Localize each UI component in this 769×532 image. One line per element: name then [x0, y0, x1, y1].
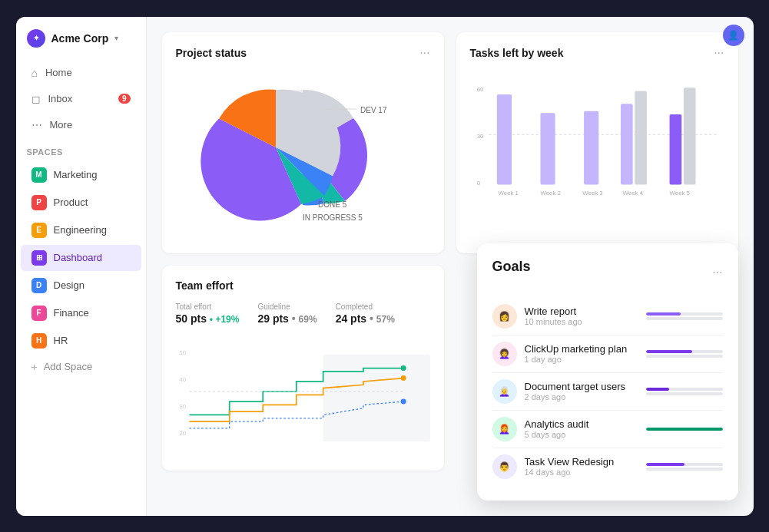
space-label-dashboard: Dashboard [54, 252, 103, 263]
sidebar: ✦ Acme Corp ▾ ⌂ Home ◻ Inbox 9 ⋯ More Sp… [16, 17, 147, 516]
goal-name-2: Document target users [525, 381, 638, 392]
app-window: ✦ Acme Corp ▾ ⌂ Home ◻ Inbox 9 ⋯ More Sp… [16, 17, 754, 516]
space-label-hr: HR [54, 335, 68, 346]
line-chart-svg: 50 40 30 20 [176, 334, 430, 449]
goal-avatar-4: 👨 [492, 454, 517, 479]
more-icon: ⋯ [31, 119, 42, 131]
stat-completed: Completed 24 pts • 57% [336, 302, 395, 325]
inbox-icon: ◻ [31, 93, 41, 105]
goal-info-4: Task View Redesign 14 days ago [525, 456, 638, 477]
chevron-down-icon: ▾ [114, 34, 118, 42]
bar-chart-container: 60 30 0 [470, 71, 724, 240]
pie-chart-container: DEV 17 DONE 5 OPEN 36 DESIGN 12 IN PROGR… [176, 71, 430, 224]
space-dot-design: D [31, 278, 47, 293]
goal-name-0: Write report [525, 306, 638, 317]
project-status-more[interactable]: ··· [419, 46, 429, 60]
svg-text:60: 60 [476, 85, 483, 92]
goal-avatar-2: 👩‍🦳 [492, 379, 517, 404]
tasks-by-week-card: Tasks left by week ··· 60 30 0 [456, 32, 738, 253]
space-label-design: Design [54, 279, 85, 291]
company-name: Acme Corp [51, 32, 109, 45]
space-dot-finance: F [31, 306, 47, 321]
goal-info-1: ClickUp marketing plan 1 day ago [525, 343, 638, 364]
goal-progress-4 [646, 463, 723, 471]
goal-name-4: Task View Redesign [525, 456, 638, 468]
goal-avatar-1: 👩‍🦱 [492, 342, 517, 366]
goal-name-3: Analytics audit [525, 418, 638, 430]
tasks-more[interactable]: ··· [714, 46, 724, 60]
goal-item-1[interactable]: 👩‍🦱 ClickUp marketing plan 1 day ago [492, 335, 723, 373]
bar-w3-1 [584, 111, 598, 184]
goal-progress-3 [646, 428, 723, 431]
tasks-header: Tasks left by week ··· [470, 46, 724, 60]
sidebar-item-design[interactable]: D Design [21, 273, 141, 299]
goal-info-3: Analytics audit 5 days ago [525, 418, 638, 439]
svg-text:0: 0 [476, 179, 480, 186]
team-effort-title: Team effort [176, 279, 234, 292]
space-dot-marketing: M [31, 167, 47, 183]
sidebar-item-finance[interactable]: F Finance [21, 300, 141, 326]
tasks-title: Tasks left by week [470, 47, 564, 59]
space-label-marketing: Marketing [54, 169, 98, 180]
sidebar-item-dashboard[interactable]: ⊞ Dashboard [21, 245, 141, 271]
svg-text:Week 1: Week 1 [498, 189, 518, 196]
space-label-product: Product [54, 197, 88, 208]
svg-text:40: 40 [179, 375, 186, 382]
space-dot-hr: H [31, 333, 47, 349]
bar-w4-1 [620, 104, 632, 184]
stat-guideline-label: Guideline [257, 302, 317, 311]
bar-w5-1 [669, 114, 681, 184]
company-header[interactable]: ✦ Acme Corp ▾ [16, 29, 146, 60]
home-icon: ⌂ [31, 67, 38, 79]
stat-completed-label: Completed [336, 302, 395, 311]
space-dot-product: P [31, 195, 47, 210]
svg-point-17 [400, 365, 406, 371]
stat-total-value: 50 pts • +19% [176, 312, 240, 325]
inbox-badge: 9 [118, 94, 131, 104]
stat-total: Total effort 50 pts • +19% [176, 302, 240, 325]
goal-info-2: Document target users 2 days ago [525, 381, 638, 401]
line-chart-container: 50 40 30 20 [176, 334, 430, 457]
nav-more-label: More [50, 119, 73, 131]
bar-w2-1 [540, 113, 555, 184]
goal-item-2[interactable]: 👩‍🦳 Document target users 2 days ago [492, 373, 723, 411]
goal-progress-2 [646, 388, 723, 395]
project-status-title: Project status [176, 47, 247, 59]
nav-inbox[interactable]: ◻ Inbox 9 [21, 87, 141, 111]
bar-w1-1 [496, 94, 511, 184]
sidebar-item-engineering[interactable]: E Engineering [21, 217, 141, 243]
bar-chart-svg: 60 30 0 [470, 71, 724, 232]
space-label-finance: Finance [54, 307, 89, 319]
spaces-label: Spaces [16, 138, 146, 161]
nav-more[interactable]: ⋯ More [21, 113, 141, 137]
svg-text:Week 2: Week 2 [540, 189, 560, 196]
nav-home[interactable]: ⌂ Home [21, 61, 141, 85]
stat-guideline-value: 29 pts • 69% [257, 312, 317, 325]
svg-text:20: 20 [179, 429, 186, 436]
space-dot-engineering: E [31, 223, 47, 238]
goal-item-0[interactable]: 👩 Write report 10 minutes ago [492, 298, 723, 335]
svg-text:30: 30 [476, 132, 483, 139]
goal-time-4: 14 days ago [525, 468, 638, 477]
project-status-header: Project status ··· [176, 46, 430, 60]
pie-chart-actual [176, 71, 376, 224]
goals-card: Goals ··· 👩 Write report 10 minutes ago … [477, 243, 738, 501]
goal-time-1: 1 day ago [525, 355, 638, 364]
goal-item-3[interactable]: 👩‍🦰 Analytics audit 5 days ago [492, 411, 723, 448]
goal-avatar-0: 👩 [492, 304, 517, 329]
nav-home-label: Home [45, 67, 72, 78]
goal-item-4[interactable]: 👨 Task View Redesign 14 days ago [492, 448, 723, 485]
goals-more[interactable]: ··· [712, 266, 722, 279]
space-dot-dashboard: ⊞ [31, 250, 47, 266]
sidebar-item-marketing[interactable]: M Marketing [21, 162, 141, 188]
svg-text:Week 4: Week 4 [622, 189, 643, 196]
sidebar-item-hr[interactable]: H HR [21, 328, 141, 354]
svg-text:Week 3: Week 3 [582, 189, 603, 196]
svg-text:Week 5: Week 5 [669, 189, 690, 196]
sidebar-item-product[interactable]: P Product [21, 190, 141, 216]
add-space-button[interactable]: + Add Space [21, 355, 141, 378]
goal-progress-1 [646, 350, 723, 358]
svg-text:50: 50 [179, 349, 186, 356]
team-effort-stats: Total effort 50 pts • +19% Guideline 29 … [176, 302, 430, 325]
user-avatar[interactable]: 👤 [723, 25, 744, 46]
